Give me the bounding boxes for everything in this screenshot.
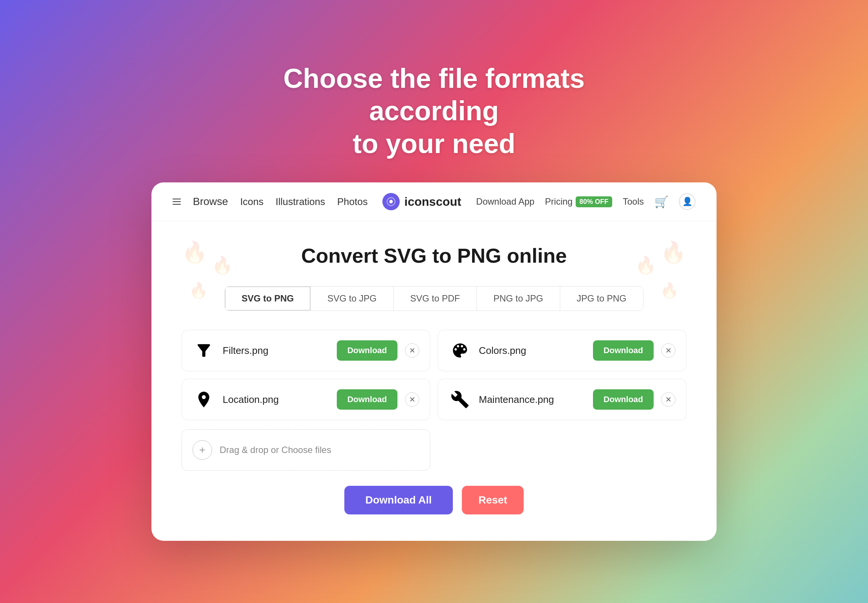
bottom-actions: Download All Reset [182,486,686,515]
off-badge: 80% OFF [576,196,612,207]
fire-deco-tl2: 🔥 [212,255,233,275]
colors-icon [449,339,471,362]
pricing-link[interactable]: Pricing [545,196,573,207]
file-row-filters: Filters.png Download ✕ [182,330,430,371]
navbar: Browse Icons Illustrations Photos iconsc… [151,182,717,221]
tab-svg-to-jpg[interactable]: SVG to JPG [311,286,394,311]
file-row-maintenance: Maintenance.png Download ✕ [438,379,686,420]
plus-circle-icon: + [193,440,212,460]
remove-location-btn[interactable]: ✕ [405,392,419,407]
nav-right: Download App Pricing 80% OFF Tools 🛒 👤 [476,193,695,210]
nav-link-icons[interactable]: Icons [240,196,263,208]
download-all-button[interactable]: Download All [344,486,453,515]
nav-links: Icons Illustrations Photos [240,196,368,208]
filters-filename: Filters.png [222,345,329,357]
cart-icon[interactable]: 🛒 [654,195,668,209]
page-title: Convert SVG to PNG online [182,244,686,267]
hamburger-menu[interactable] [173,199,181,205]
nav-center: iconscout [368,193,476,210]
tab-jpg-to-png[interactable]: JPG to PNG [560,286,643,311]
logo-text: iconscout [404,195,461,209]
tab-svg-to-pdf[interactable]: SVG to PDF [394,286,477,311]
fire-deco-tl1: 🔥 [182,240,208,264]
format-tabs: SVG to PNG SVG to JPG SVG to PDF PNG to … [224,286,644,311]
remove-colors-btn[interactable]: ✕ [661,343,675,358]
nav-left: Browse Icons Illustrations Photos [173,196,368,208]
download-location-btn[interactable]: Download [337,389,397,410]
tab-svg-to-png[interactable]: SVG to PNG [225,286,311,311]
fire-deco-tr3: 🔥 [660,281,679,299]
file-row-colors: Colors.png Download ✕ [438,330,686,371]
logo-icon [382,193,400,210]
main-card: Browse Icons Illustrations Photos iconsc… [151,182,717,541]
download-filters-btn[interactable]: Download [337,340,397,361]
main-content: 🔥 🔥 🔥 🔥 🔥 🔥 Convert SVG to PNG online SV… [151,221,717,541]
svg-point-0 [389,200,393,203]
nav-link-photos[interactable]: Photos [337,196,368,208]
download-app-link[interactable]: Download App [476,196,534,207]
browse-label[interactable]: Browse [193,196,228,208]
tab-png-to-jpg[interactable]: PNG to JPG [477,286,560,311]
nav-link-illustrations[interactable]: Illustrations [276,196,326,208]
file-row-location: Location.png Download ✕ [182,379,430,420]
colors-filename: Colors.png [479,345,585,357]
reset-button[interactable]: Reset [462,486,524,515]
drop-zone[interactable]: + Drag & drop or Choose files [182,429,430,471]
maintenance-icon [449,388,471,411]
remove-filters-btn[interactable]: ✕ [405,343,419,358]
hero-title: Choose the file formats according to you… [246,62,622,160]
download-colors-btn[interactable]: Download [593,340,653,361]
drop-zone-label: Drag & drop or Choose files [219,445,331,455]
fire-deco-tr2: 🔥 [635,255,656,275]
remove-maintenance-btn[interactable]: ✕ [661,392,675,407]
maintenance-filename: Maintenance.png [479,394,585,405]
location-icon [193,388,215,411]
pricing-section: Pricing 80% OFF [545,196,612,207]
download-maintenance-btn[interactable]: Download [593,389,653,410]
avatar[interactable]: 👤 [679,193,695,210]
file-grid: Filters.png Download ✕ Colors.png Downlo… [182,330,686,420]
fire-deco-tl3: 🔥 [189,281,208,299]
location-filename: Location.png [222,394,329,405]
tools-link[interactable]: Tools [623,196,644,207]
fire-deco-tr1: 🔥 [660,240,686,264]
filters-icon [193,339,215,362]
